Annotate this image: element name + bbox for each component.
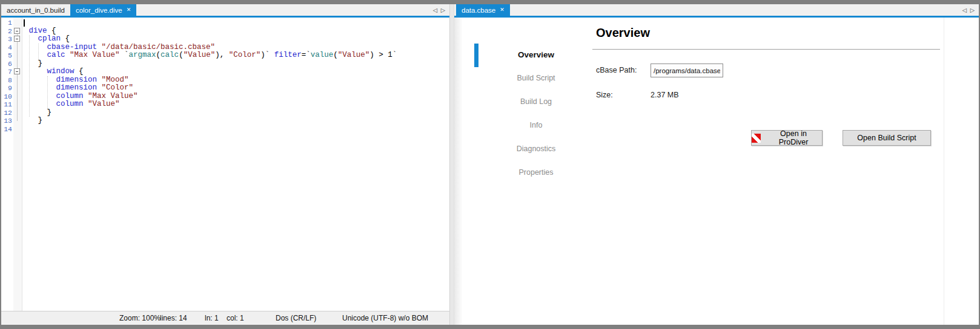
tab-scroll-left-icon[interactable]: ◁ <box>432 7 437 13</box>
right-tab-scroll-arrows: ◁ ▷ <box>962 4 975 16</box>
token-str: "Max Value" <box>88 92 138 100</box>
sidebar-item-overview[interactable]: Overview <box>478 43 594 67</box>
tab-scroll-right-icon[interactable]: ▷ <box>970 7 975 13</box>
active-item-accent-bar <box>474 44 478 67</box>
cbase-pane: data.cbase ✕ ◁ ▷ OverviewBuild ScriptBui… <box>454 4 979 325</box>
token-pl <box>24 51 47 59</box>
token-str: "Value" <box>184 51 216 59</box>
fold-toggle-icon[interactable] <box>14 36 20 42</box>
token-pl <box>24 83 56 92</box>
tab-label: color_dive.dive <box>76 7 122 14</box>
status-bar: Zoom: 100%lines: 14ln: 1col: 1Dos (CR/LF… <box>1 311 449 325</box>
field-value-size-: 2.37 MB <box>651 91 679 100</box>
tab-account-in-0-build[interactable]: account_in_0.build <box>1 4 70 16</box>
pane-left-shade <box>454 18 462 325</box>
token-pl <box>24 27 29 35</box>
token-pl: } <box>24 108 51 117</box>
code-text: dimension "Mood" <box>24 76 129 85</box>
fold-toggle-icon[interactable] <box>14 68 20 74</box>
line-number: 12 <box>1 109 12 117</box>
token-pl <box>24 43 47 51</box>
field-label-cbase-path-: cBase Path: <box>596 66 637 75</box>
window-frame: account_in_0.buildcolor_dive.dive✕ ◁ ▷ 1… <box>1 4 979 325</box>
token-pl: } <box>24 59 42 68</box>
tab-color-dive-dive[interactable]: color_dive.dive✕ <box>70 4 136 16</box>
fold-toggle-icon[interactable] <box>14 28 20 34</box>
token-kw: dive <box>29 27 47 35</box>
token-pl: ( <box>179 51 184 59</box>
left-tab-bar: account_in_0.buildcolor_dive.dive✕ ◁ ▷ <box>1 4 449 16</box>
code-line: 13 } <box>1 117 449 125</box>
token-pl <box>65 51 70 59</box>
token-pl: ( <box>333 51 338 59</box>
line-number: 4 <box>1 44 12 52</box>
tab-scroll-right-icon[interactable]: ▷ <box>441 7 445 13</box>
code-text: column "Max Value" <box>24 93 138 101</box>
token-str: "Value" <box>88 100 120 108</box>
pane-splitter[interactable] <box>449 4 454 325</box>
right-tab-bar: data.cbase ✕ ◁ ▷ <box>454 4 979 16</box>
code-editor[interactable]: 12 dive {3 cplan {4 cbase-input "/data/b… <box>1 18 449 311</box>
code-text: } <box>24 117 42 125</box>
token-pl <box>24 100 56 108</box>
line-number: 11 <box>1 100 12 109</box>
line-number: 2 <box>1 27 12 36</box>
sidebar-item-properties[interactable]: Properties <box>478 161 594 184</box>
token-pl <box>97 83 102 92</box>
open-in-prodiver-button[interactable]: Open in ProDiver <box>751 130 823 146</box>
app-window: account_in_0.buildcolor_dive.dive✕ ◁ ▷ 1… <box>0 0 980 329</box>
left-tabs-strip: account_in_0.buildcolor_dive.dive✕ <box>1 4 136 16</box>
token-kw: calc <box>47 51 65 59</box>
code-text: calc "Max Value" `argmax(calc("Value"), … <box>24 51 397 60</box>
token-kw: column <box>56 100 84 108</box>
tab-label: data.cbase <box>462 7 495 14</box>
code-line: 14 <box>1 125 449 134</box>
code-text: window { <box>24 68 84 76</box>
cbase-path-input[interactable] <box>651 64 723 77</box>
token-fn: argmax <box>129 51 156 59</box>
token-kw: dimension <box>56 83 98 92</box>
token-str: "Color" <box>102 83 134 92</box>
code-text: } <box>24 60 42 68</box>
close-icon[interactable]: ✕ <box>127 7 131 13</box>
token-pl: { <box>61 34 70 43</box>
line-number: 7 <box>1 68 12 76</box>
status-lines: lines: 14 <box>160 311 187 325</box>
tab-scroll-left-icon[interactable]: ◁ <box>962 7 966 13</box>
button-label: Open Build Script <box>857 134 916 142</box>
code-line: 6 } <box>1 60 449 68</box>
code-line: 8 dimension "Mood" <box>1 76 449 85</box>
code-line: 9 dimension "Color" <box>1 84 449 93</box>
line-number: 13 <box>1 117 12 125</box>
token-pl: ) > 1` <box>369 51 397 59</box>
sidebar-item-build-log[interactable]: Build Log <box>478 90 594 114</box>
code-text: cplan { <box>24 35 70 44</box>
sidebar-item-info[interactable]: Info <box>478 114 594 137</box>
text-caret <box>24 19 25 27</box>
tab-data-cbase[interactable]: data.cbase ✕ <box>456 4 510 16</box>
line-number: 14 <box>1 125 12 134</box>
tab-label: account_in_0.build <box>7 7 65 14</box>
token-pl: { <box>47 27 56 35</box>
open-build-script-button[interactable]: Open Build Script <box>843 130 931 146</box>
code-text: } <box>24 109 51 117</box>
token-kw: cbase-input <box>47 43 98 51</box>
token-kw: column <box>56 92 84 100</box>
left-tab-scroll-arrows: ◁ ▷ <box>432 4 445 16</box>
cbase-content: OverviewBuild ScriptBuild LogInfoDiagnos… <box>454 18 979 325</box>
sidebar-item-build-script[interactable]: Build Script <box>478 67 594 90</box>
token-pl: )` <box>260 51 274 59</box>
code-line: 12 } <box>1 109 449 117</box>
status-col: col: 1 <box>227 311 244 325</box>
code-line: 5 calc "Max Value" `argmax(calc("Value")… <box>1 51 449 60</box>
token-pl <box>24 92 56 100</box>
overview-section: Overview cBase Path:Size:2.37 MB Open in… <box>592 18 979 325</box>
sidebar-item-diagnostics[interactable]: Diagnostics <box>478 137 594 161</box>
token-fn: calc <box>161 51 179 59</box>
line-number: 8 <box>1 76 12 85</box>
close-icon[interactable]: ✕ <box>500 7 505 13</box>
code-line: 11 column "Value" <box>1 100 449 109</box>
diver-flag-icon <box>752 134 761 143</box>
token-pl: { <box>74 67 84 76</box>
code-line: 7 window { <box>1 68 449 76</box>
